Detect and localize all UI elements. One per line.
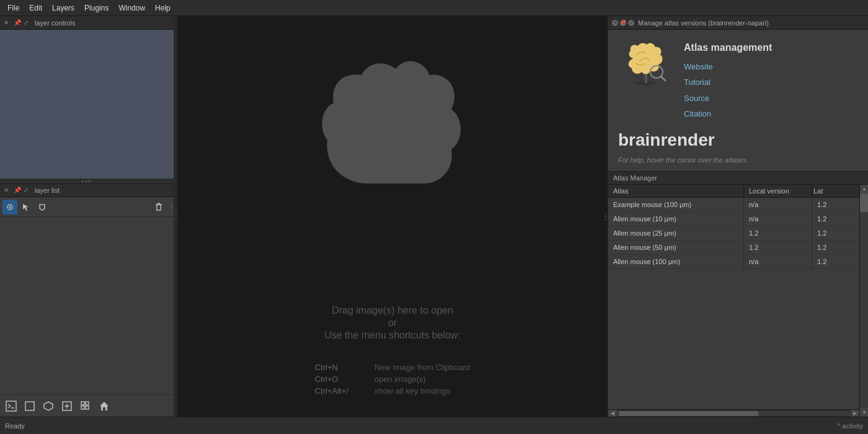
shortcuts: Ctrl+N New Image from Clipboard Ctrl+O o… (315, 360, 471, 398)
upload-button[interactable] (58, 397, 76, 415)
expand-window-button[interactable]: ⤢ (628, 20, 634, 26)
select-tool-button[interactable] (2, 200, 17, 215)
menu-help[interactable]: Help (150, 2, 175, 14)
scroll-track[interactable] (618, 411, 850, 416)
local-version-0: n/a (744, 198, 812, 211)
atlas-name-3: Allen mouse (50 μm) (608, 241, 744, 254)
console-button[interactable] (2, 397, 20, 415)
label-tool-button[interactable] (35, 200, 50, 215)
col-atlas: Atlas (608, 185, 744, 197)
svg-marker-18 (100, 402, 108, 410)
svg-rect-20 (645, 74, 647, 83)
minimize-icon[interactable]: ✕ (4, 19, 11, 27)
brain-blob (293, 47, 492, 210)
ll-minimize-icon[interactable]: ✕ (4, 187, 11, 194)
table-row[interactable]: Allen mouse (100 μm) n/a 1.2 (608, 255, 859, 269)
layer-list-label: layer list (35, 187, 60, 194)
pin-window-button[interactable]: 📌 (620, 20, 626, 26)
table-header: Atlas Local version Lat (608, 185, 859, 198)
canvas-area[interactable]: Drag image(s) here to open or Use the me… (177, 16, 608, 417)
svg-rect-15 (86, 402, 89, 405)
vscroll-track[interactable] (860, 193, 868, 408)
table-row[interactable]: Allen mouse (10 μm) n/a 1.2 (608, 212, 859, 226)
drop-line3: Use the menu shortcuts below: (324, 330, 461, 341)
shortcut-row-2: Ctrl+Alt+/ show all key bindings (315, 386, 471, 396)
bottom-bar: Ready ^ activity (0, 417, 868, 434)
layer-controls-canvas (0, 30, 174, 179)
right-panel-title: Manage atlas versions (brainrender-napar… (638, 19, 769, 27)
table-row[interactable]: Example mouse (100 μm) n/a 1.2 (608, 198, 859, 212)
table-row[interactable]: Allen mouse (50 μm) 1.2 1.2 (608, 241, 859, 255)
home-button[interactable] (95, 397, 113, 415)
svg-rect-16 (81, 406, 84, 409)
layer-controls-label: layer controls (35, 19, 75, 27)
atlas-links: Atlas management Website Tutorial Source… (684, 40, 772, 122)
vscroll-thumb[interactable] (860, 193, 868, 212)
scroll-down-button[interactable]: ▼ (860, 408, 868, 417)
svg-rect-4 (157, 205, 161, 210)
lat-2: 1.2 (812, 226, 849, 240)
right-panel: ✕ 📌 ⤢ Manage atlas versions (brainrender… (608, 16, 868, 417)
scroll-left-button[interactable]: ◀ (608, 410, 617, 417)
title-bar-controls: ✕ 📌 ⤢ (612, 20, 634, 26)
shortcut-key-2: Ctrl+Alt+/ (315, 386, 365, 396)
source-link[interactable]: Source (684, 91, 772, 105)
nd-button[interactable] (40, 397, 57, 415)
vertical-scrollbar[interactable]: ▲ ▼ (859, 185, 868, 417)
drop-instructions: Drag image(s) here to open or Use the me… (324, 304, 461, 342)
drop-line1: Drag image(s) here to open (324, 305, 461, 316)
local-version-4: n/a (744, 255, 812, 268)
atlas-manager-label: Atlas Manager (608, 171, 868, 185)
ll-expand-icon[interactable]: ⤢ (24, 187, 31, 194)
menu-file[interactable]: File (2, 2, 24, 14)
canvas-content: Drag image(s) here to open or Use the me… (177, 16, 608, 417)
atlas-branding: brainrender (608, 131, 868, 154)
pin-icon[interactable]: 📌 (14, 19, 21, 27)
menu-layers[interactable]: Layers (47, 2, 79, 14)
scroll-thumb[interactable] (619, 411, 758, 416)
table-body: Example mouse (100 μm) n/a 1.2 Allen mou… (608, 198, 859, 409)
menu-window[interactable]: Window (113, 2, 150, 14)
menu-plugins[interactable]: Plugins (79, 2, 113, 14)
brain-logo (618, 40, 674, 95)
table-container: Atlas Local version Lat Example mouse (1… (608, 185, 859, 417)
arrow-tool-button[interactable] (19, 200, 33, 215)
lat-4: 1.2 (812, 255, 849, 268)
atlas-name-4: Allen mouse (100 μm) (608, 255, 744, 268)
resize-handle[interactable]: ••• (0, 179, 174, 184)
scroll-right-button[interactable]: ▶ (851, 410, 859, 417)
canvas-right-drag[interactable]: ⋮ (604, 204, 608, 229)
local-version-1: n/a (744, 212, 812, 226)
layer-list-header: ✕ 📌 ⤢ layer list (0, 184, 174, 197)
close-window-button[interactable]: ✕ (612, 20, 618, 26)
activity-link[interactable]: ^ activity (837, 422, 863, 430)
website-link[interactable]: Website (684, 60, 772, 74)
horizontal-scrollbar[interactable]: ◀ ▶ (608, 409, 859, 417)
delete-layer-button[interactable] (151, 200, 166, 215)
grid-button[interactable] (77, 397, 94, 415)
header-icons: ✕ 📌 ⤢ (4, 19, 31, 27)
atlas-help: For help, hover the cursor over the atla… (608, 154, 868, 171)
table-row[interactable]: Allen mouse (25 μm) 1.2 1.2 (608, 226, 859, 241)
ll-pin-icon[interactable]: 📌 (14, 187, 21, 194)
layer-list-header-icons: ✕ 📌 ⤢ (4, 187, 31, 194)
atlas-table: Atlas Local version Lat Example mouse (1… (608, 185, 868, 417)
shortcut-row-0: Ctrl+N New Image from Clipboard (315, 363, 471, 372)
svg-marker-2 (23, 204, 29, 211)
svg-point-1 (9, 206, 11, 208)
shortcut-desc-0: New Image from Clipboard (374, 363, 471, 372)
menu-edit[interactable]: Edit (24, 2, 47, 14)
bottom-toolbar (0, 394, 174, 417)
expand-icon[interactable]: ⤢ (24, 19, 31, 27)
citation-link[interactable]: Citation (684, 107, 772, 121)
layer-list-content (0, 217, 174, 394)
tutorial-link[interactable]: Tutorial (684, 75, 772, 89)
main-area: ✕ 📌 ⤢ layer controls ••• ✕ 📌 ⤢ layer lis… (0, 16, 868, 417)
atlas-info: Atlas management Website Tutorial Source… (608, 30, 868, 131)
scroll-up-button[interactable]: ▲ (860, 185, 868, 193)
menu-bar: File Edit Layers Plugins Window Help (0, 0, 868, 16)
atlas-name-2: Allen mouse (25 μm) (608, 226, 744, 240)
square-button[interactable] (21, 397, 38, 415)
right-panel-title-bar: ✕ 📌 ⤢ Manage atlas versions (brainrender… (608, 16, 868, 30)
layer-list-toolbar: ⋮ (0, 197, 174, 217)
